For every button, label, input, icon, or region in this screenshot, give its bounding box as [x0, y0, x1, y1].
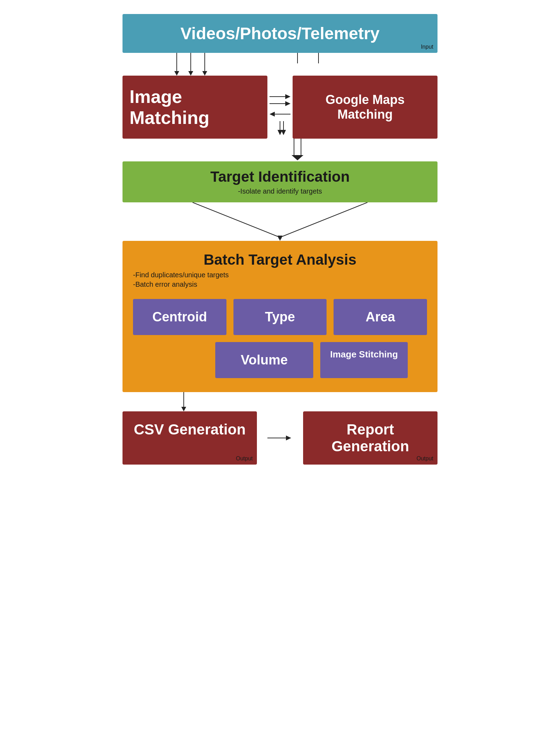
csv-box: CSV Generation Output	[122, 411, 257, 465]
input-box: Videos/Photos/Telemetry Input	[122, 14, 438, 53]
converge-svg	[122, 202, 438, 241]
svg-marker-28	[286, 436, 291, 440]
google-maps-box: Google Maps Matching	[293, 76, 438, 139]
batch-sub2: -Batch error analysis	[133, 280, 427, 288]
arrow-svg-3	[122, 392, 438, 411]
svg-marker-3	[188, 71, 193, 76]
image-stitching-box: Image Stitching	[320, 342, 408, 378]
area-label: Area	[365, 309, 395, 324]
type-box: Type	[233, 299, 327, 335]
target-id-box: Target Identification -Isolate and ident…	[122, 161, 438, 202]
batch-box: Batch Target Analysis -Find duplicates/u…	[122, 241, 438, 392]
type-label: Type	[265, 309, 295, 324]
arrow-section-3	[122, 392, 438, 411]
svg-marker-5	[202, 71, 207, 76]
svg-line-22	[280, 202, 368, 237]
inner-row-1: Centroid Type Area	[133, 299, 427, 335]
svg-marker-20	[292, 155, 303, 160]
middle-arrows-svg	[266, 76, 294, 139]
arrow-section-1	[122, 53, 438, 76]
target-id-label: Target Identification	[130, 168, 430, 185]
volume-box: Volume	[215, 342, 313, 378]
svg-point-24	[278, 236, 282, 239]
svg-marker-13	[270, 112, 275, 117]
diagram: Videos/Photos/Telemetry Input Image Matc…	[122, 14, 438, 465]
middle-arrows	[267, 76, 293, 139]
output-arrow	[267, 411, 293, 465]
centroid-box: Centroid	[133, 299, 226, 335]
area-box: Area	[334, 299, 427, 335]
target-id-sub: -Isolate and identify targets	[130, 187, 430, 195]
volume-label: Volume	[241, 353, 288, 367]
google-maps-label: Google Maps Matching	[300, 92, 430, 122]
input-label: Videos/Photos/Telemetry	[180, 24, 379, 43]
svg-marker-26	[181, 407, 186, 411]
csv-corner: Output	[236, 455, 253, 462]
batch-label: Batch Target Analysis	[133, 251, 427, 268]
image-stitching-label: Image Stitching	[330, 349, 398, 360]
batch-sub1: -Find duplicates/unique targets	[133, 271, 427, 279]
report-box: Report Generation Output	[303, 411, 438, 465]
centroid-label: Centroid	[152, 309, 207, 324]
arrow-svg-2	[122, 139, 438, 161]
arrow-section-2	[122, 139, 438, 161]
output-row: CSV Generation Output Report Generation …	[122, 411, 438, 465]
inner-row-2: Volume Image Stitching	[196, 342, 427, 378]
report-corner: Output	[416, 455, 433, 462]
svg-marker-11	[285, 101, 290, 106]
svg-marker-1	[174, 71, 179, 76]
input-corner: Input	[421, 44, 433, 50]
svg-line-21	[192, 202, 280, 237]
svg-marker-17	[281, 130, 286, 135]
csv-label: CSV Generation	[130, 421, 250, 438]
arrows-svg-1	[122, 53, 438, 76]
image-matching-box: Image Matching	[122, 76, 267, 139]
output-arrow-svg	[267, 431, 293, 445]
matching-row: Image Matching Google Maps Matching	[122, 76, 438, 139]
converge-arrows	[122, 202, 438, 241]
report-label: Report Generation	[310, 421, 430, 455]
svg-marker-9	[285, 94, 290, 99]
image-matching-label: Image Matching	[130, 86, 260, 128]
batch-sublabels: -Find duplicates/unique targets -Batch e…	[133, 271, 427, 288]
